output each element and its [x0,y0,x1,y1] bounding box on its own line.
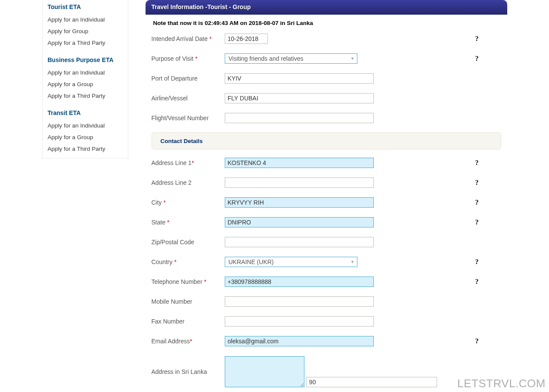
main-content: Travel Information -Tourist - Group Note… [128,0,507,392]
input-addr2[interactable] [225,177,374,188]
label-purpose: Purpose of Visit * [152,55,225,62]
input-arrival-date[interactable] [225,34,268,44]
help-icon-arrival[interactable]: ? [475,35,479,43]
select-purpose-value: Visiting friends and relatives [225,55,348,62]
label-email: Email Address* [152,338,225,345]
row-country: Country * UKRAINE (UKR) ▼ ? [152,252,501,272]
input-airline[interactable] [225,93,374,103]
input-addr1[interactable] [225,158,374,168]
label-addr1: Address Line 1* [152,159,225,166]
label-port: Port of Departure [152,75,225,82]
input-telephone[interactable] [225,277,374,287]
help-icon-email[interactable]: ? [475,337,479,345]
char-count [306,377,437,387]
label-telephone: Telephone Number * [152,278,225,285]
sidebar-heading-transit-eta: Transit ETA [48,109,123,116]
input-port[interactable] [225,73,374,84]
chevron-down-icon: ▼ [348,56,357,61]
row-addr1: Address Line 1* ? [152,153,501,173]
sidebar-link-transit-third-party[interactable]: Apply for a Third Party [48,143,123,155]
time-note: Note that now it is 02:49:43 AM on 2018-… [146,15,507,29]
section-contact-title: Contact Details [161,138,203,144]
row-flight: Flight/Vessel Number [152,108,501,128]
row-city: City * ? [152,193,501,212]
input-city[interactable] [225,197,374,208]
row-addr2: Address Line 2 ? [152,173,501,193]
label-sl-addr: Address in Sri Lanka [152,356,225,375]
help-icon-country[interactable]: ? [475,258,479,266]
sidebar-link-tourist-group[interactable]: Apply for Group [48,25,123,37]
chevron-down-icon: ▼ [348,260,357,264]
label-airline: Airline/Vessel [152,95,225,102]
select-country[interactable]: UKRAINE (UKR) ▼ [225,257,357,267]
input-fax[interactable] [225,316,374,327]
sidebar-link-business-group[interactable]: Apply for a Group [48,78,123,90]
help-icon-telephone[interactable]: ? [475,278,479,286]
row-purpose: Purpose of Visit * Visiting friends and … [152,49,501,68]
textarea-sl-addr[interactable] [225,356,304,387]
row-arrival-date: Intended Arrival Date * ? [152,29,501,49]
help-icon-city[interactable]: ? [475,199,479,206]
label-arrival-date: Intended Arrival Date * [152,35,225,42]
sidebar-link-business-third-party[interactable]: Apply for a Third Party [48,90,123,102]
label-state: State * [152,219,225,226]
row-mobile: Mobile Number [152,292,501,311]
sidebar-heading-tourist-eta: Tourist ETA [48,3,123,10]
label-zip: Zip/Postal Code [152,239,225,246]
row-state: State * ? [152,212,501,232]
sidebar-link-transit-individual[interactable]: Apply for an Individual [48,120,123,131]
sidebar-link-tourist-third-party[interactable]: Apply for a Third Party [48,37,123,49]
input-email[interactable] [225,336,374,346]
select-purpose[interactable]: Visiting friends and relatives ▼ [225,53,357,64]
row-email: Email Address* ? [152,331,501,351]
label-flight: Flight/Vessel Number [152,115,225,121]
select-country-value: UKRAINE (UKR) [225,258,348,265]
help-icon-addr1[interactable]: ? [475,159,479,167]
row-sl-addr: Address in Sri Lanka [152,351,501,388]
travel-form: Intended Arrival Date * ? Purpose of Vis… [146,29,507,392]
input-flight[interactable] [225,113,374,123]
sidebar-link-tourist-individual[interactable]: Apply for an Individual [48,14,123,25]
row-airline: Airline/Vessel [152,88,501,108]
row-fax: Fax Number [152,311,501,331]
panel-header: Travel Information -Tourist - Group [146,0,507,15]
label-mobile: Mobile Number [152,298,225,305]
help-icon-state[interactable]: ? [475,218,479,226]
sidebar-heading-business-eta: Business Purpose ETA [48,56,123,63]
sidebar-nav: Tourist ETA Apply for an Individual Appl… [42,0,128,159]
input-mobile[interactable] [225,296,374,307]
row-telephone: Telephone Number * ? [152,272,501,292]
row-zip: Zip/Postal Code [152,232,501,252]
input-zip[interactable] [225,237,374,247]
sidebar-link-business-individual[interactable]: Apply for an Individual [48,67,123,78]
section-contact-details: Contact Details [152,132,501,149]
help-icon-addr2[interactable]: ? [475,179,479,187]
row-port: Port of Departure [152,68,501,88]
sidebar-link-transit-group[interactable]: Apply for a Group [48,131,123,143]
input-state[interactable] [225,217,374,227]
label-country: Country * [152,258,225,265]
label-addr2: Address Line 2 [152,179,225,186]
label-fax: Fax Number [152,318,225,325]
label-city: City * [152,199,225,206]
help-icon-purpose[interactable]: ? [475,55,479,62]
